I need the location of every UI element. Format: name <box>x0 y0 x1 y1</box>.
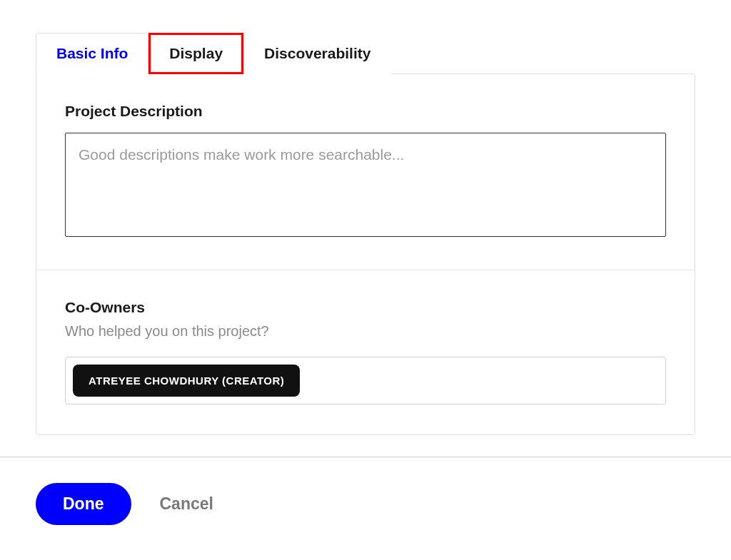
tab-display[interactable]: Display <box>148 33 243 74</box>
project-description-section: Project Description <box>36 74 695 270</box>
tab-discoverability[interactable]: Discoverability <box>243 33 391 74</box>
coowner-chip[interactable]: ATREYEE CHOWDHURY (CREATOR) <box>73 365 300 397</box>
coowners-input[interactable]: ATREYEE CHOWDHURY (CREATOR) <box>65 357 666 404</box>
project-description-label: Project Description <box>65 103 666 120</box>
action-bar: Done Cancel <box>0 457 731 551</box>
settings-panel: Project Description Co-Owners Who helped… <box>36 73 695 435</box>
coowners-label: Co-Owners <box>65 299 666 316</box>
done-button[interactable]: Done <box>36 483 131 525</box>
tabs: Basic Info Display Discoverability <box>36 32 695 73</box>
coowners-section: Co-Owners Who helped you on this project… <box>36 270 695 434</box>
tab-basic-info[interactable]: Basic Info <box>36 33 148 74</box>
cancel-button[interactable]: Cancel <box>160 494 213 514</box>
coowners-subtitle: Who helped you on this project? <box>65 323 666 340</box>
project-description-input[interactable] <box>65 133 666 237</box>
